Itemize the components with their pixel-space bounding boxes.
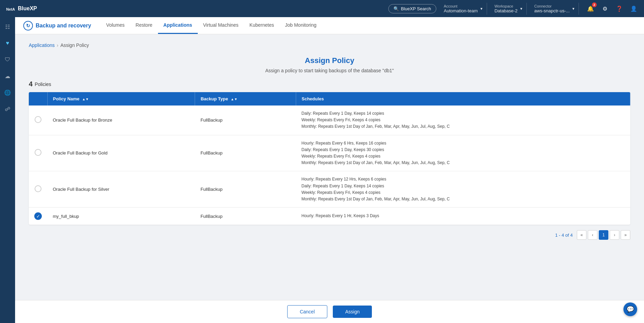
settings-button[interactable]: ⚙: [600, 4, 610, 13]
page-body: Applications › Assign Policy Assign Poli…: [15, 34, 644, 300]
pagination-first-button[interactable]: «: [577, 230, 586, 240]
schedule-text-0: Daily: Repeats Every 1 Day, Keeps 14 cop…: [302, 110, 625, 130]
pagination-last-button[interactable]: »: [621, 230, 630, 240]
policy-name-sort-icon: ▲▼: [82, 97, 89, 101]
th-schedules: Schedules: [296, 92, 630, 105]
schedule-text-3: Hourly: Repeats Every 1 Hr, Keeps 3 Days: [302, 213, 625, 219]
policy-name-cell-1: Oracle Full Backup for Gold: [47, 135, 195, 171]
user-button[interactable]: 👤: [629, 4, 639, 13]
search-bar[interactable]: 🔍 BlueXP Search: [388, 4, 436, 13]
policy-table: Policy Name ▲▼ Backup Type ▲▼ Schedules …: [29, 92, 630, 225]
breadcrumb-current: Assign Policy: [60, 42, 89, 48]
schedule-text-2: Hourly: Repeats Every 12 Hrs, Keeps 6 co…: [302, 176, 625, 202]
breadcrumb-separator: ›: [57, 42, 59, 48]
sub-nav-tabs: Volumes Restore Applications Virtual Mac…: [101, 17, 322, 34]
backup-type-cell-0: FullBackup: [195, 105, 296, 135]
sidebar-item-cloud[interactable]: ☁: [2, 71, 13, 82]
schedules-cell-2: Hourly: Repeats Every 12 Hrs, Keeps 6 co…: [296, 171, 630, 208]
tab-restore[interactable]: Restore: [130, 17, 158, 34]
sidebar-item-share[interactable]: ☍: [2, 103, 13, 114]
backup-type-cell-3: FullBackup: [195, 208, 296, 225]
policy-name-cell-0: Oracle Full Backup for Bronze: [47, 105, 195, 135]
th-backup-type-label: Backup Type: [201, 96, 228, 101]
backup-recovery-icon: ↻: [23, 21, 33, 30]
product-name: BlueXP: [18, 5, 37, 12]
sidebar-item-grid[interactable]: ☷: [2, 21, 13, 32]
account-selector[interactable]: Account Automation-team ▼: [440, 3, 487, 15]
unselected-radio[interactable]: [35, 149, 41, 156]
workspace-label: Workspace: [495, 4, 518, 8]
sub-nav-brand: ↻ Backup and recovery: [23, 21, 91, 30]
table-row[interactable]: ✓my_full_bkupFullBackupHourly: Repeats E…: [29, 208, 630, 225]
table-row[interactable]: Oracle Full Backup for SilverFullBackupH…: [29, 171, 630, 208]
sidebar-item-shield[interactable]: 🛡: [2, 54, 13, 65]
backup-type-cell-2: FullBackup: [195, 171, 296, 208]
schedule-text-1: Hourly: Repeats Every 6 Hrs, Keeps 16 co…: [302, 140, 625, 166]
pagination-prev-button[interactable]: ‹: [588, 230, 597, 240]
breadcrumb-parent[interactable]: Applications: [29, 42, 55, 48]
chat-support-button[interactable]: 💬: [623, 302, 637, 316]
account-value: Automation-team: [444, 8, 478, 13]
th-policy-name[interactable]: Policy Name ▲▼: [47, 92, 195, 105]
main-content: ↻ Backup and recovery Volumes Restore Ap…: [15, 17, 644, 323]
table-row[interactable]: Oracle Full Backup for BronzeFullBackupD…: [29, 105, 630, 135]
backup-type-sort-icon: ▲▼: [231, 97, 238, 101]
page-title: Assign Policy: [29, 56, 630, 65]
policies-number: 4: [29, 80, 33, 88]
pagination-next-button[interactable]: ›: [610, 230, 619, 240]
table-row[interactable]: Oracle Full Backup for GoldFullBackupHou…: [29, 135, 630, 171]
unselected-radio[interactable]: [35, 185, 41, 192]
workspace-chevron-icon: ▼: [520, 7, 523, 11]
policy-name-cell-3: my_full_bkup: [47, 208, 195, 225]
tab-applications[interactable]: Applications: [158, 17, 198, 34]
selected-check-icon[interactable]: ✓: [34, 212, 42, 220]
th-schedules-label: Schedules: [302, 96, 324, 101]
connector-value: aws-snapctr-us-...: [534, 8, 570, 13]
row-select-3[interactable]: ✓: [29, 208, 47, 225]
account-chevron-icon: ▼: [480, 7, 483, 11]
tab-volumes[interactable]: Volumes: [101, 17, 130, 34]
connector-selector[interactable]: Connector aws-snapctr-us-... ▼: [531, 3, 579, 15]
table-header-row: Policy Name ▲▼ Backup Type ▲▼ Schedules: [29, 92, 630, 105]
workspace-value: Database-2: [495, 8, 518, 13]
account-label: Account: [444, 4, 478, 8]
th-backup-type[interactable]: Backup Type ▲▼: [195, 92, 296, 105]
cancel-button[interactable]: Cancel: [287, 305, 328, 318]
connector-label: Connector: [534, 4, 570, 8]
schedules-cell-0: Daily: Repeats Every 1 Day, Keeps 14 cop…: [296, 105, 630, 135]
schedules-cell-3: Hourly: Repeats Every 1 Hr, Keeps 3 Days: [296, 208, 630, 225]
th-policy-name-label: Policy Name: [53, 96, 80, 101]
page-heading: Assign Policy: [29, 56, 630, 65]
notifications-button[interactable]: 🔔 2: [586, 4, 595, 13]
svg-text:NetApp: NetApp: [6, 7, 15, 11]
pagination-range: 1 - 4 of 4: [555, 233, 573, 238]
help-button[interactable]: ❓: [615, 4, 624, 13]
policy-name-cell-2: Oracle Full Backup for Silver: [47, 171, 195, 208]
sub-navigation: ↻ Backup and recovery Volumes Restore Ap…: [15, 17, 644, 34]
sub-nav-brand-label: Backup and recovery: [36, 23, 91, 29]
sidebar-item-heart[interactable]: ♥: [2, 38, 13, 49]
unselected-radio[interactable]: [35, 116, 41, 123]
connector-chevron-icon: ▼: [572, 7, 575, 11]
app-logo: NetApp BlueXP: [5, 4, 37, 13]
policies-count-row: 4 Policies: [29, 80, 630, 88]
th-select: [29, 92, 47, 105]
sidebar-item-globe[interactable]: 🌐: [2, 87, 13, 98]
row-select-0[interactable]: [29, 105, 47, 135]
left-sidebar: ☷ ♥ 🛡 ☁ 🌐 ☍: [0, 17, 15, 323]
workspace-selector[interactable]: Workspace Database-2 ▼: [491, 3, 527, 15]
notification-badge: 2: [592, 2, 597, 7]
page-subtitle: Assign a policy to start taking backups …: [29, 68, 630, 73]
top-navigation: NetApp BlueXP 🔍 BlueXP Search Account Au…: [0, 0, 644, 17]
policies-label: Policies: [35, 82, 51, 87]
pagination-page-1[interactable]: 1: [599, 230, 608, 240]
pagination: 1 - 4 of 4 « ‹ 1 › »: [29, 230, 630, 240]
nav-icon-group: 🔔 2 ⚙ ❓ 👤: [586, 4, 639, 13]
tab-kubernetes[interactable]: Kubernetes: [244, 17, 280, 34]
backup-type-cell-1: FullBackup: [195, 135, 296, 171]
assign-button[interactable]: Assign: [333, 306, 372, 318]
row-select-1[interactable]: [29, 135, 47, 171]
tab-job-monitoring[interactable]: Job Monitoring: [279, 17, 322, 34]
tab-virtual-machines[interactable]: Virtual Machines: [198, 17, 244, 34]
row-select-2[interactable]: [29, 171, 47, 208]
